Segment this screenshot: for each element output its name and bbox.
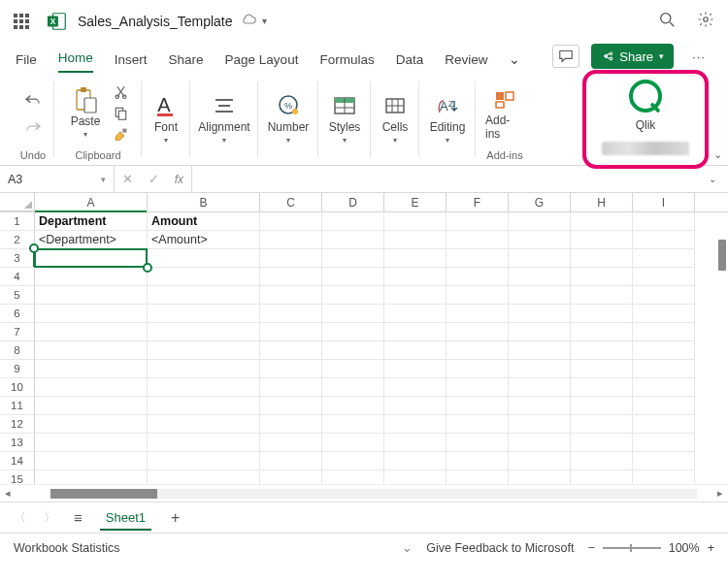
cell[interactable] xyxy=(260,231,322,249)
row-header[interactable]: 14 xyxy=(0,452,35,470)
cell[interactable] xyxy=(633,249,695,268)
row-header[interactable]: 5 xyxy=(0,286,35,305)
search-icon[interactable] xyxy=(659,12,676,31)
cell[interactable] xyxy=(260,268,322,286)
scroll-right-icon[interactable]: ▸ xyxy=(712,487,728,500)
alignment-button[interactable]: Alignment▾ xyxy=(194,91,253,146)
cell[interactable] xyxy=(148,360,260,378)
cell[interactable] xyxy=(384,305,447,323)
select-all-corner[interactable] xyxy=(0,193,35,211)
cell[interactable] xyxy=(148,397,260,415)
workbook-statistics[interactable]: Workbook Statistics xyxy=(14,541,120,555)
cell[interactable] xyxy=(509,434,571,452)
fx-icon[interactable]: fx xyxy=(175,173,183,186)
qlik-label[interactable]: Qlik xyxy=(636,118,656,132)
row-header[interactable]: 15 xyxy=(0,470,35,484)
cell[interactable] xyxy=(260,360,322,378)
col-header-F[interactable]: F xyxy=(447,193,509,211)
zoom-in-button[interactable]: + xyxy=(708,541,714,555)
cell[interactable] xyxy=(322,249,384,268)
cell[interactable] xyxy=(322,323,384,341)
cell[interactable] xyxy=(384,434,447,452)
row-header[interactable]: 1 xyxy=(0,212,35,231)
editing-button[interactable]: AZ Editing▾ xyxy=(426,91,470,146)
cell[interactable] xyxy=(260,470,322,484)
col-header-C[interactable]: C xyxy=(260,193,322,211)
cell[interactable] xyxy=(447,378,509,397)
worksheet-grid[interactable]: A B C D E F G H I 1DepartmentAmount2<Dep… xyxy=(0,193,728,484)
cell[interactable] xyxy=(260,341,322,360)
menu-share[interactable]: Share xyxy=(169,52,204,73)
cell[interactable] xyxy=(447,397,509,415)
menu-insert[interactable]: Insert xyxy=(115,52,148,73)
cell[interactable] xyxy=(148,249,260,268)
zoom-level[interactable]: 100% xyxy=(669,541,700,555)
cell[interactable] xyxy=(384,397,447,415)
cell[interactable] xyxy=(571,231,633,249)
cell[interactable] xyxy=(35,470,148,484)
cell[interactable] xyxy=(148,452,260,470)
cell[interactable] xyxy=(571,323,633,341)
cell[interactable] xyxy=(509,397,571,415)
cell[interactable] xyxy=(447,268,509,286)
redo-icon[interactable] xyxy=(24,118,42,136)
row-header[interactable]: 8 xyxy=(0,341,35,360)
cell[interactable] xyxy=(148,268,260,286)
row-header[interactable]: 10 xyxy=(0,378,35,397)
cell[interactable] xyxy=(509,286,571,305)
cell[interactable] xyxy=(322,415,384,434)
menu-review[interactable]: Review xyxy=(445,52,487,73)
cell[interactable] xyxy=(633,397,695,415)
formula-input[interactable] xyxy=(192,166,709,192)
cell[interactable] xyxy=(260,415,322,434)
name-box[interactable]: A3 ▾ xyxy=(0,166,115,192)
cell[interactable] xyxy=(148,286,260,305)
cell[interactable] xyxy=(384,452,447,470)
cell[interactable] xyxy=(322,231,384,249)
cell[interactable] xyxy=(571,378,633,397)
cell[interactable] xyxy=(447,212,509,231)
cell[interactable] xyxy=(322,397,384,415)
row-header[interactable]: 2 xyxy=(0,231,35,249)
cell[interactable] xyxy=(633,268,695,286)
cell[interactable] xyxy=(447,434,509,452)
format-painter-icon[interactable] xyxy=(112,126,129,144)
cell[interactable] xyxy=(148,378,260,397)
cell[interactable] xyxy=(571,470,633,484)
cell[interactable]: Amount xyxy=(148,212,260,231)
addins-button[interactable]: Add-ins xyxy=(481,84,528,143)
display-settings-chevron[interactable]: ⌄ xyxy=(402,540,413,555)
cell[interactable]: Department xyxy=(35,212,148,231)
cell[interactable] xyxy=(384,268,447,286)
cell[interactable] xyxy=(633,341,695,360)
cell[interactable] xyxy=(571,397,633,415)
cell[interactable] xyxy=(509,305,571,323)
cell[interactable] xyxy=(633,470,695,484)
row-header[interactable]: 9 xyxy=(0,360,35,378)
col-header-A[interactable]: A xyxy=(35,193,148,211)
cell[interactable] xyxy=(447,323,509,341)
cell[interactable] xyxy=(260,305,322,323)
cell[interactable] xyxy=(633,415,695,434)
cell[interactable] xyxy=(571,341,633,360)
all-sheets-icon[interactable]: ≡ xyxy=(70,509,86,526)
app-launcher-icon[interactable] xyxy=(14,14,29,29)
cell[interactable] xyxy=(447,231,509,249)
cell[interactable] xyxy=(571,268,633,286)
cell[interactable] xyxy=(35,360,148,378)
styles-button[interactable]: Styles▾ xyxy=(325,91,365,146)
cell[interactable] xyxy=(571,415,633,434)
cell[interactable] xyxy=(447,415,509,434)
menu-file[interactable]: File xyxy=(16,52,37,73)
cell[interactable] xyxy=(509,378,571,397)
cell[interactable] xyxy=(35,286,148,305)
copy-icon[interactable] xyxy=(112,105,129,122)
accept-formula-icon[interactable]: ✓ xyxy=(149,172,159,186)
row-header[interactable]: 7 xyxy=(0,323,35,341)
cell[interactable]: <Department> xyxy=(35,231,148,249)
cell[interactable] xyxy=(633,231,695,249)
cell[interactable] xyxy=(148,341,260,360)
cell[interactable] xyxy=(633,212,695,231)
cell[interactable] xyxy=(35,378,148,397)
cell[interactable] xyxy=(509,452,571,470)
